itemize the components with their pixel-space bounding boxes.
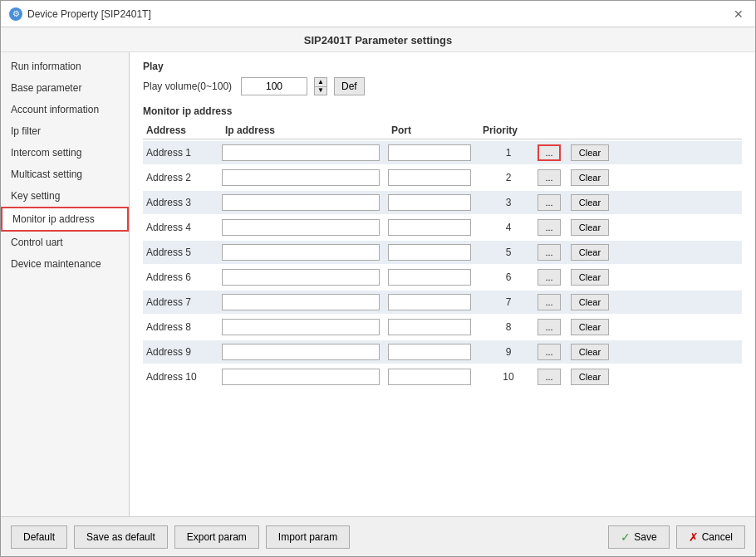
addr-clear-btn-1[interactable]: Clear <box>571 144 609 161</box>
addr-port-cell-2 <box>388 169 479 186</box>
main-panel: Play Play volume(0~100) ▲ ▼ Def Monitor … <box>130 52 755 516</box>
addr-port-input-3[interactable] <box>388 194 471 211</box>
addr-clear-btn-6[interactable]: Clear <box>571 269 609 286</box>
addr-port-cell-5 <box>388 244 479 261</box>
addr-clear-btn-10[interactable]: Clear <box>571 369 609 385</box>
addr-dots-btn-1[interactable]: ... <box>538 144 561 161</box>
play-section-title: Play <box>143 61 742 72</box>
sidebar-item-key-setting[interactable]: Key setting <box>1 185 129 207</box>
addr-dots-cell-9: ... <box>538 344 571 360</box>
addr-clear-btn-9[interactable]: Clear <box>571 344 609 360</box>
addr-dots-btn-4[interactable]: ... <box>538 219 561 236</box>
addr-clear-cell-10: Clear <box>571 369 616 385</box>
addr-clear-btn-7[interactable]: Clear <box>571 294 609 310</box>
sidebar-item-intercom-setting[interactable]: Intercom setting <box>1 142 129 164</box>
addr-clear-btn-5[interactable]: Clear <box>571 244 609 261</box>
addr-priority-7: 7 <box>479 296 538 308</box>
spin-up[interactable]: ▲ <box>315 78 326 87</box>
addr-port-cell-10 <box>388 369 479 385</box>
addr-dots-cell-7: ... <box>538 294 571 310</box>
import-param-button[interactable]: Import param <box>266 525 350 549</box>
sidebar-item-multicast-setting[interactable]: Multicast setting <box>1 164 129 185</box>
addr-clear-btn-8[interactable]: Clear <box>571 319 609 335</box>
addr-port-input-7[interactable] <box>388 294 471 310</box>
cancel-label: Cancel <box>702 531 733 543</box>
addr-ip-input-5[interactable] <box>222 244 380 261</box>
addr-dots-cell-2: ... <box>538 169 571 186</box>
addr-clear-btn-3[interactable]: Clear <box>571 194 609 211</box>
addr-dots-btn-8[interactable]: ... <box>538 319 561 335</box>
def-button[interactable]: Def <box>334 77 365 95</box>
addr-ip-input-10[interactable] <box>222 369 380 385</box>
close-button[interactable]: ✕ <box>730 7 747 21</box>
addr-label-7: Address 7 <box>143 296 222 308</box>
addr-clear-btn-4[interactable]: Clear <box>571 219 609 236</box>
sidebar-item-ip-filter[interactable]: Ip filter <box>1 120 129 142</box>
default-button[interactable]: Default <box>11 525 67 549</box>
addr-ip-input-2[interactable] <box>222 169 380 186</box>
addr-priority-2: 2 <box>479 172 538 183</box>
title-bar-left: ⚙ Device Property [SIP2401T] <box>9 7 151 21</box>
sidebar-item-monitor-ip-address[interactable]: Monitor ip address <box>1 207 129 232</box>
addr-port-input-1[interactable] <box>388 144 471 161</box>
addr-ip-input-8[interactable] <box>222 319 380 335</box>
addr-priority-3: 3 <box>479 197 538 208</box>
addr-port-cell-3 <box>388 194 479 211</box>
sidebar-item-run-information[interactable]: Run information <box>1 56 129 77</box>
addr-port-input-5[interactable] <box>388 244 471 261</box>
address-row-9: Address 9 9 ... Clear <box>143 340 742 364</box>
addr-port-cell-9 <box>388 344 479 360</box>
addr-clear-cell-3: Clear <box>571 194 616 211</box>
addr-ip-cell-1 <box>222 144 388 161</box>
addr-port-input-6[interactable] <box>388 269 471 286</box>
addr-clear-btn-2[interactable]: Clear <box>571 169 609 186</box>
addr-dots-btn-10[interactable]: ... <box>538 369 561 385</box>
col-port: Port <box>388 125 479 136</box>
footer: Default Save as default Export param Imp… <box>1 516 755 556</box>
addr-port-cell-1 <box>388 144 479 161</box>
sidebar: Run informationBase parameterAccount inf… <box>1 52 130 516</box>
addr-ip-input-9[interactable] <box>222 344 380 360</box>
addr-ip-cell-3 <box>222 194 388 211</box>
spin-down[interactable]: ▼ <box>315 87 326 95</box>
save-button[interactable]: ✓ Save <box>608 525 669 549</box>
addr-ip-input-1[interactable] <box>222 144 380 161</box>
cancel-button[interactable]: ✗ Cancel <box>676 525 745 549</box>
addr-ip-input-3[interactable] <box>222 194 380 211</box>
addr-dots-btn-5[interactable]: ... <box>538 244 561 261</box>
export-param-button[interactable]: Export param <box>174 525 259 549</box>
cancel-cross-icon: ✗ <box>689 530 699 544</box>
address-row-7: Address 7 7 ... Clear <box>143 291 742 314</box>
sidebar-item-base-parameter[interactable]: Base parameter <box>1 77 129 99</box>
addr-ip-input-7[interactable] <box>222 294 380 310</box>
addr-dots-btn-3[interactable]: ... <box>538 194 561 211</box>
sidebar-item-account-information[interactable]: Account information <box>1 99 129 120</box>
addr-port-input-9[interactable] <box>388 344 471 360</box>
play-volume-spinner[interactable]: ▲ ▼ <box>314 77 327 95</box>
addr-port-input-10[interactable] <box>388 369 471 385</box>
addr-port-input-8[interactable] <box>388 319 471 335</box>
addr-dots-cell-5: ... <box>538 244 571 261</box>
address-row-5: Address 5 5 ... Clear <box>143 241 742 264</box>
sidebar-item-device-maintenance[interactable]: Device maintenance <box>1 253 129 275</box>
addr-dots-cell-10: ... <box>538 369 571 385</box>
addr-clear-cell-5: Clear <box>571 244 616 261</box>
addr-port-cell-4 <box>388 219 479 236</box>
addr-ip-input-4[interactable] <box>222 219 380 236</box>
addr-port-input-2[interactable] <box>388 169 471 186</box>
addr-dots-btn-7[interactable]: ... <box>538 294 561 310</box>
addr-port-input-4[interactable] <box>388 219 471 236</box>
addr-dots-btn-9[interactable]: ... <box>538 344 561 360</box>
addr-dots-btn-6[interactable]: ... <box>538 269 561 286</box>
save-as-default-button[interactable]: Save as default <box>74 525 168 549</box>
addr-ip-cell-10 <box>222 369 388 385</box>
main-title: SIP2401T Parameter settings <box>1 27 755 52</box>
addr-label-4: Address 4 <box>143 222 222 233</box>
play-volume-input[interactable] <box>241 77 307 95</box>
sidebar-item-control-uart[interactable]: Control uart <box>1 232 129 253</box>
save-check-icon: ✓ <box>621 530 631 544</box>
addr-ip-input-6[interactable] <box>222 269 380 286</box>
addr-dots-btn-2[interactable]: ... <box>538 169 561 186</box>
addr-priority-9: 9 <box>479 346 538 358</box>
addr-priority-5: 5 <box>479 247 538 258</box>
